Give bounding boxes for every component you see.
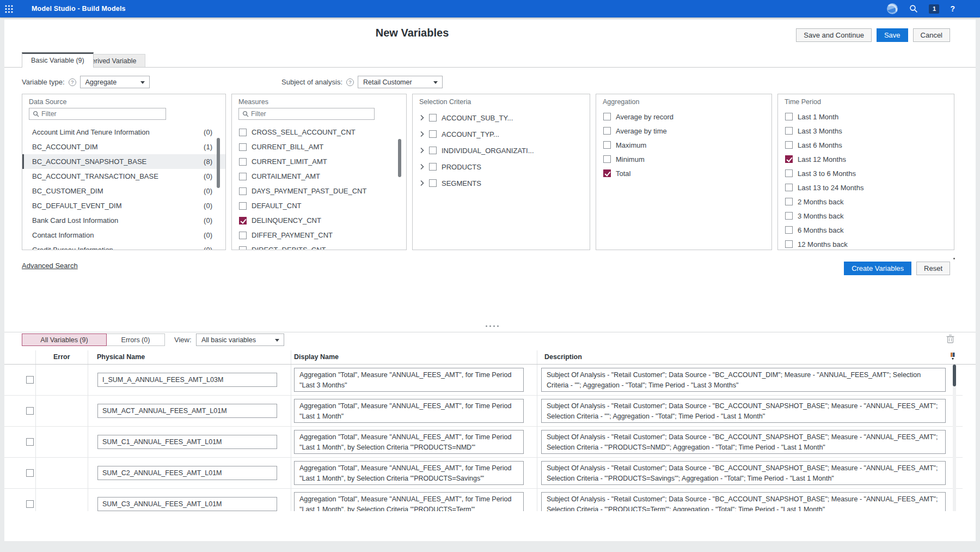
checkbox[interactable] <box>239 158 247 166</box>
checkbox[interactable] <box>239 246 247 251</box>
data-source-item[interactable]: Bank Card Lost Information(0) <box>22 213 225 228</box>
help-icon[interactable]: ? <box>950 4 955 13</box>
display-name-field[interactable]: Aggregation "Total", Measure "ANNUAL_FEE… <box>294 461 524 485</box>
create-variables-button[interactable]: Create Variables <box>844 262 911 275</box>
description-field[interactable]: Subject Of Analysis - "Retail Customer";… <box>541 492 946 511</box>
measure-item[interactable]: DIRECT_DEBITS_CNT <box>232 242 406 250</box>
physical-name-input[interactable] <box>97 373 277 387</box>
checkbox[interactable] <box>785 141 793 149</box>
physical-name-input[interactable] <box>97 435 277 449</box>
checkbox[interactable] <box>239 173 247 180</box>
physical-name-input[interactable] <box>97 466 277 480</box>
aggregation-item[interactable]: Total <box>596 166 771 180</box>
advanced-search-link[interactable]: Advanced Search <box>22 262 78 270</box>
physical-name-input[interactable] <box>97 404 277 418</box>
tab-errors[interactable]: Errors (0) <box>106 333 165 346</box>
view-select[interactable]: All basic variables <box>196 333 284 346</box>
checkbox[interactable] <box>429 147 437 154</box>
checkbox[interactable] <box>239 202 247 210</box>
save-and-continue-button[interactable]: Save and Continue <box>796 28 872 42</box>
checkbox[interactable] <box>603 113 611 120</box>
display-name-field[interactable]: Aggregation "Total", Measure "ANNUAL_FEE… <box>294 399 524 423</box>
selection-criteria-item[interactable]: PRODUCTS <box>413 159 590 175</box>
checkbox[interactable] <box>239 232 247 239</box>
row-checkbox[interactable] <box>26 438 34 446</box>
time-period-item[interactable]: Last 6 Months <box>778 138 954 152</box>
measures-scrollbar[interactable] <box>398 139 401 177</box>
subject-of-analysis-select[interactable]: Retail Customer <box>358 76 443 88</box>
row-checkbox[interactable] <box>26 469 34 477</box>
selection-criteria-item[interactable]: SEGMENTS <box>413 175 590 191</box>
row-checkbox[interactable] <box>26 376 34 384</box>
checkbox[interactable] <box>785 212 793 220</box>
aggregation-item[interactable]: Average by time <box>596 124 771 138</box>
data-source-item[interactable]: BC_ACCOUNT_DIM(1) <box>22 139 225 154</box>
measure-item[interactable]: CURRENT_BILL_AMT <box>232 139 406 154</box>
measure-item[interactable]: DIFFER_PAYMENT_CNT <box>232 228 406 242</box>
checkbox[interactable] <box>785 169 793 177</box>
time-period-item[interactable]: Last 1 Month <box>778 110 954 124</box>
checkbox[interactable] <box>429 130 437 138</box>
checkbox[interactable] <box>785 127 793 135</box>
checkbox[interactable] <box>785 184 793 191</box>
search-icon[interactable] <box>909 4 918 13</box>
time-period-item[interactable]: 3 Months back <box>778 209 954 223</box>
column-alert-icon[interactable] <box>950 352 955 362</box>
aggregation-item[interactable]: Minimum <box>596 152 771 166</box>
delete-icon[interactable] <box>946 334 955 346</box>
measures-filter-input[interactable] <box>251 110 374 118</box>
data-source-item-selected[interactable]: BC_ACCOUNT_SNAPSHOT_BASE(8) <box>22 154 225 169</box>
description-field[interactable]: Subject Of Analysis - "Retail Customer";… <box>541 461 946 485</box>
splitter-handle[interactable] <box>486 325 499 327</box>
tab-basic-variable[interactable]: Basic Variable (9) <box>22 52 94 68</box>
data-source-scrollbar[interactable] <box>217 138 220 188</box>
chevron-right-icon[interactable] <box>420 163 424 170</box>
checkbox[interactable] <box>429 163 437 171</box>
selection-criteria-item[interactable]: INDIVIDUAL_ORGANIZATI... <box>413 142 590 159</box>
data-source-item[interactable]: BC_CUSTOMER_DIM(0) <box>22 184 225 198</box>
measure-item[interactable]: DAYS_PAYMENT_PAST_DUE_CNT <box>232 184 406 198</box>
measure-item[interactable]: CURRENT_LIMIT_AMT <box>232 154 406 169</box>
physical-name-input[interactable] <box>97 497 277 511</box>
data-source-filter-input[interactable] <box>41 110 166 118</box>
data-source-item[interactable]: Contact Information(0) <box>22 228 225 242</box>
notifications-badge[interactable]: 1 <box>929 4 939 14</box>
description-field[interactable]: Subject Of Analysis - "Retail Customer";… <box>541 399 946 423</box>
table-scrollbar-thumb[interactable] <box>953 365 956 386</box>
time-period-item[interactable]: Last 12 Months <box>778 152 954 166</box>
checkbox[interactable] <box>603 127 611 135</box>
display-name-field[interactable]: Aggregation "Total", Measure "ANNUAL_FEE… <box>294 430 524 454</box>
app-launcher-icon[interactable] <box>0 0 17 17</box>
checkbox-checked[interactable] <box>603 169 611 177</box>
subject-of-analysis-info-icon[interactable]: ? <box>346 78 354 86</box>
checkbox-checked[interactable] <box>239 217 247 225</box>
reset-button[interactable]: Reset <box>916 262 950 275</box>
chevron-right-icon[interactable] <box>420 180 424 186</box>
row-checkbox[interactable] <box>26 500 34 508</box>
aggregation-item[interactable]: Maximum <box>596 138 771 152</box>
checkbox[interactable] <box>785 226 793 234</box>
chevron-right-icon[interactable] <box>420 131 424 137</box>
time-period-item[interactable]: Last 13 to 24 Months <box>778 180 954 195</box>
aggregation-item[interactable]: Average by record <box>596 110 771 124</box>
checkbox[interactable] <box>603 155 611 163</box>
data-source-item[interactable]: BC_DEFAULT_EVENT_DIM(0) <box>22 198 225 213</box>
time-period-item[interactable]: Last 3 to 6 Months <box>778 166 954 180</box>
row-checkbox[interactable] <box>26 407 34 415</box>
data-source-item[interactable]: Credit Bureau Information(0) <box>22 242 225 250</box>
checkbox[interactable] <box>785 113 793 120</box>
data-source-item[interactable]: BC_ACCOUNT_TRANSACTION_BASE(0) <box>22 169 225 184</box>
checkbox[interactable] <box>429 114 437 122</box>
selection-criteria-item[interactable]: ACCOUNT_SUB_TY... <box>413 110 590 126</box>
measure-item[interactable]: DEFAULT_CNT <box>232 198 406 213</box>
time-period-item[interactable]: 2 Months back <box>778 195 954 209</box>
data-source-item[interactable]: Account Limit And Tenure Information(0) <box>22 125 225 139</box>
chevron-right-icon[interactable] <box>420 114 424 121</box>
checkbox[interactable] <box>239 143 247 151</box>
selection-criteria-item[interactable]: ACCOUNT_TYP... <box>413 126 590 142</box>
time-period-item[interactable]: Last 3 Months <box>778 124 954 138</box>
cancel-button[interactable]: Cancel <box>913 28 950 42</box>
display-name-field[interactable]: Aggregation "Total", Measure "ANNUAL_FEE… <box>294 492 524 511</box>
checkbox[interactable] <box>429 179 437 187</box>
save-button[interactable]: Save <box>877 28 908 42</box>
